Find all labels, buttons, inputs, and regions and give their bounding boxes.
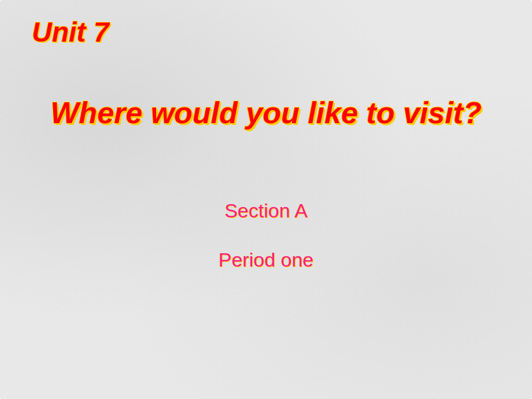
period-label: Period one: [0, 249, 532, 271]
main-title: Where would you like to visit?: [0, 95, 532, 130]
section-label: Section A: [0, 200, 532, 222]
slide: Unit 7 Where would you like to visit? Se…: [0, 0, 532, 399]
unit-title: Unit 7: [32, 16, 109, 48]
